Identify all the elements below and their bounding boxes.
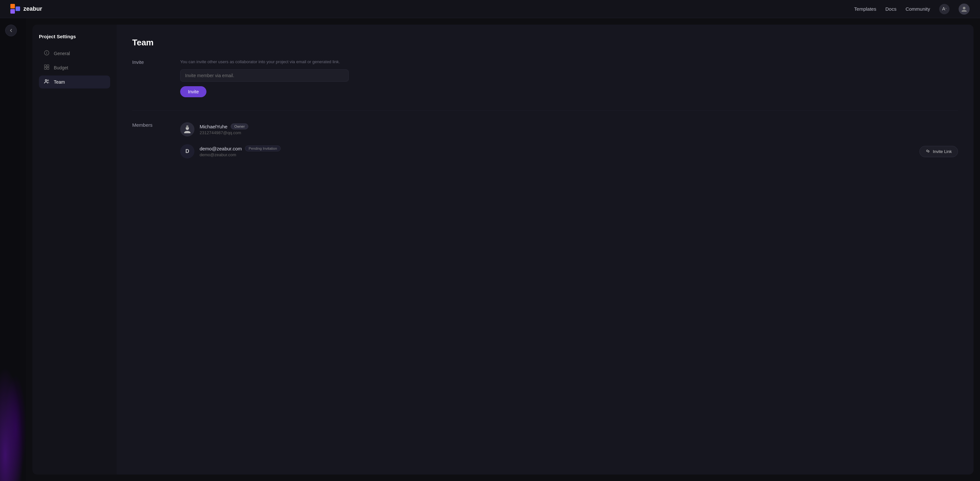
svg-rect-10 <box>47 67 49 69</box>
sidebar-item-team-label: Team <box>54 80 65 84</box>
member-name-michael: MichaelYuhe <box>200 124 228 129</box>
svg-rect-1 <box>10 9 15 14</box>
svg-rect-2 <box>16 6 20 11</box>
zeabur-logo-icon <box>10 4 21 14</box>
link-icon <box>926 149 930 154</box>
page-title: Team <box>132 38 958 48</box>
community-link[interactable]: Community <box>905 6 930 12</box>
invite-button[interactable]: Invite <box>180 86 207 97</box>
svg-rect-0 <box>10 4 15 8</box>
settings-panel: Project Settings General <box>32 25 117 475</box>
svg-point-12 <box>47 80 49 81</box>
svg-rect-7 <box>45 65 46 67</box>
member-info-michael: MichaelYuhe Owner 2312744987@qq.com <box>200 124 958 135</box>
sidebar-item-budget[interactable]: Budget <box>39 61 110 74</box>
member-badge-pending: Pending Invitation <box>245 145 280 151</box>
invite-content: You can invite other users as collaborat… <box>180 59 958 97</box>
settings-title: Project Settings <box>39 34 110 39</box>
demo-avatar-letter: D <box>185 148 189 154</box>
invite-description: You can invite other users as collaborat… <box>180 59 958 64</box>
members-label: Members <box>132 122 165 166</box>
member-item-demo: D demo@zeabur.com Pending Invitation dem… <box>180 144 958 159</box>
invite-link-label: Invite Link <box>933 149 952 154</box>
navbar: zeabur Templates Docs Community A˴ <box>0 0 980 18</box>
member-avatar-michael <box>180 122 194 137</box>
logo-text: zeabur <box>23 5 42 12</box>
sidebar-item-general[interactable]: General <box>39 47 110 60</box>
svg-point-3 <box>963 7 966 10</box>
back-button[interactable] <box>5 25 17 36</box>
invite-link-button[interactable]: Invite Link <box>920 146 958 157</box>
svg-rect-8 <box>47 65 49 67</box>
invite-email-input[interactable] <box>180 69 349 82</box>
michael-avatar-icon <box>183 125 192 134</box>
invite-label: Invite <box>132 59 165 97</box>
budget-icon <box>43 64 50 71</box>
member-email-michael: 2312744987@qq.com <box>200 130 958 135</box>
left-sidebar-bg <box>0 18 26 481</box>
member-name-row-michael: MichaelYuhe Owner <box>200 124 958 129</box>
team-icon <box>43 79 50 85</box>
translate-icon: A˴ <box>942 6 946 12</box>
user-avatar-icon <box>961 6 967 12</box>
docs-link[interactable]: Docs <box>885 6 896 12</box>
member-email-demo: demo@zeabur.com <box>200 152 914 157</box>
member-name-demo: demo@zeabur.com <box>200 146 242 151</box>
sidebar-item-team[interactable]: Team <box>39 75 110 89</box>
svg-point-11 <box>45 80 47 81</box>
member-item-michael: MichaelYuhe Owner 2312744987@qq.com <box>180 122 958 137</box>
back-arrow-icon <box>9 29 13 32</box>
member-avatar-demo: D <box>180 144 194 159</box>
main-panel: Team Invite You can invite other users a… <box>117 25 974 475</box>
member-name-row-demo: demo@zeabur.com Pending Invitation <box>200 145 914 151</box>
svg-rect-15 <box>186 126 188 128</box>
member-info-demo: demo@zeabur.com Pending Invitation demo@… <box>200 145 914 157</box>
members-section: Members <box>132 122 958 166</box>
members-list: MichaelYuhe Owner 2312744987@qq.com D <box>180 122 958 166</box>
translate-icon-btn[interactable]: A˴ <box>939 4 950 14</box>
invite-section: Invite You can invite other users as col… <box>132 59 958 97</box>
svg-point-6 <box>46 51 47 52</box>
decorative-art <box>0 351 26 481</box>
templates-link[interactable]: Templates <box>854 6 876 12</box>
main-wrapper: Project Settings General <box>0 18 980 481</box>
svg-rect-9 <box>45 67 46 69</box>
navbar-logo-area: zeabur <box>10 4 42 14</box>
content-area: Project Settings General <box>26 18 980 481</box>
sidebar-item-general-label: General <box>54 51 70 56</box>
sidebar-item-budget-label: Budget <box>54 65 68 70</box>
navbar-right: Templates Docs Community A˴ <box>854 3 970 14</box>
member-badge-owner: Owner <box>231 124 248 129</box>
info-icon <box>43 50 50 57</box>
user-avatar-btn[interactable] <box>959 3 970 14</box>
